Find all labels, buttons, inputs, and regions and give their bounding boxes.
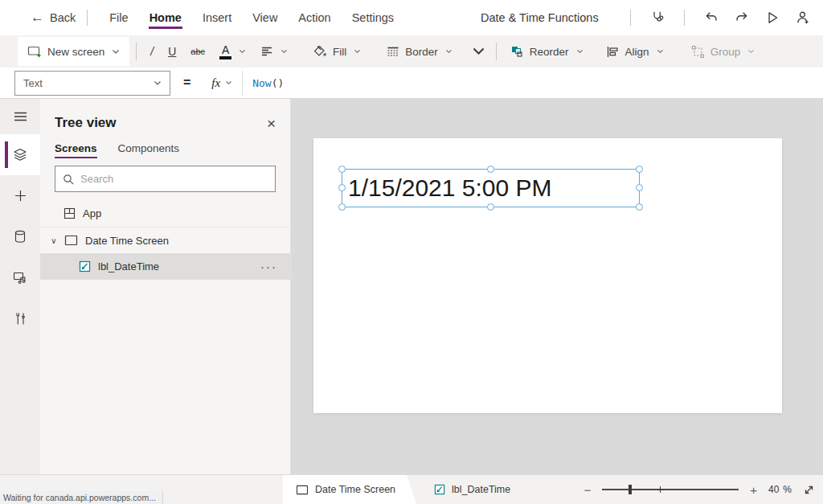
italic-button[interactable]: / <box>143 39 161 64</box>
label-control-icon <box>79 260 91 272</box>
resize-handle-middle-right[interactable] <box>636 184 643 191</box>
resize-handle-bottom-left[interactable] <box>338 203 346 211</box>
rail-tree-view[interactable] <box>0 134 40 175</box>
chevron-down-icon <box>576 49 583 54</box>
header-divider <box>630 10 631 26</box>
tree-view-header: Tree view × <box>40 99 290 136</box>
equals-sign: = <box>183 76 190 90</box>
fx-dropdown[interactable]: fx <box>202 71 243 96</box>
zoom-slider-thumb[interactable] <box>629 485 632 494</box>
group-button: Group <box>684 39 763 64</box>
tree-search-box[interactable] <box>55 166 276 192</box>
text-align-button[interactable] <box>253 39 295 64</box>
label-text: 1/15/2021 5:00 PM <box>348 174 552 202</box>
search-input[interactable] <box>80 173 257 185</box>
align-button[interactable]: Align <box>599 39 671 64</box>
powerapps-studio: ← Back File Home Insert View Action Sett… <box>0 0 823 504</box>
bottom-tab-screen[interactable]: Date Time Screen <box>283 475 416 504</box>
plus-icon <box>14 190 27 202</box>
header-actions <box>619 0 823 35</box>
main-menu: File Home Insert View Action Settings <box>99 2 404 34</box>
tree-item-label: Date Time Screen <box>85 235 290 247</box>
chevron-down-icon <box>280 49 288 54</box>
fill-button[interactable]: Fill <box>306 39 368 64</box>
undo-icon[interactable] <box>696 0 727 35</box>
tab-screens[interactable]: Screens <box>55 142 97 162</box>
tab-components[interactable]: Components <box>118 142 180 162</box>
media-icon <box>13 271 27 285</box>
more-formatting-button[interactable] <box>468 39 489 64</box>
back-label: Back <box>50 11 76 24</box>
resize-handle-top-left[interactable] <box>338 166 346 173</box>
rail-advanced-tools[interactable] <box>0 298 40 339</box>
tree-item-control-selected[interactable]: lbl_DateTime ··· <box>40 253 290 280</box>
reorder-button[interactable]: Reorder <box>503 39 591 64</box>
menu-insert[interactable]: Insert <box>192 2 242 34</box>
tree-view-tabs: Screens Components <box>40 136 290 162</box>
underline-button[interactable]: U <box>161 39 183 64</box>
formula-function: Now <box>252 77 271 89</box>
zoom-unit: % <box>783 484 792 495</box>
chevron-down-icon <box>112 49 120 55</box>
header-divider <box>684 10 685 26</box>
status-text: Waiting for canada.api.powerapps.com... <box>3 493 156 502</box>
caret-down-icon[interactable]: ∨ <box>48 236 59 245</box>
screen-icon <box>296 485 309 495</box>
align-icon <box>606 46 620 58</box>
rail-media[interactable] <box>0 257 40 298</box>
tree-item-screen[interactable]: ∨ Date Time Screen <box>40 227 290 253</box>
menu-action[interactable]: Action <box>288 2 341 34</box>
back-arrow-icon: ← <box>31 10 44 26</box>
more-options-icon[interactable]: ··· <box>260 260 277 273</box>
resize-handle-bottom-right[interactable] <box>636 203 643 211</box>
property-selector[interactable]: Text <box>14 71 170 96</box>
zoom-out-button[interactable]: − <box>583 483 591 497</box>
screen-artboard[interactable]: 1/15/2021 5:00 PM <box>313 138 782 413</box>
font-color-button[interactable]: A <box>212 39 253 64</box>
group-icon <box>691 45 705 58</box>
rail-insert[interactable] <box>0 175 40 216</box>
header-divider <box>87 10 88 26</box>
redo-icon[interactable] <box>727 0 757 35</box>
bottom-tab-control[interactable]: lbl_DateTime <box>421 475 523 504</box>
chevron-down-icon <box>354 49 361 54</box>
rail-hamburger[interactable] <box>0 99 40 134</box>
share-user-icon[interactable] <box>788 0 818 35</box>
tree-item-app[interactable]: App <box>40 200 290 227</box>
zoom-slider[interactable] <box>602 484 739 495</box>
chevron-down-icon <box>657 49 664 54</box>
tree-view-title: Tree view <box>55 115 117 131</box>
chevron-down-icon <box>239 49 246 54</box>
label-control-icon <box>434 484 445 495</box>
ribbon-toolbar: New screen / U abc A Fill <box>0 35 823 68</box>
zoom-controls: − + 40 % <box>583 475 815 504</box>
menu-view[interactable]: View <box>242 2 288 34</box>
zoom-in-button[interactable]: + <box>750 483 757 497</box>
close-icon[interactable]: × <box>267 116 276 131</box>
new-screen-button[interactable]: New screen <box>18 37 129 66</box>
menu-file[interactable]: File <box>99 2 138 34</box>
fit-to-window-icon[interactable] <box>803 484 815 496</box>
bottom-tab-label: lbl_DateTime <box>452 484 510 495</box>
left-rail <box>0 99 40 474</box>
resize-handle-top-right[interactable] <box>636 166 643 173</box>
formula-input[interactable]: Now() <box>252 77 284 89</box>
resize-handle-top-middle[interactable] <box>487 166 494 173</box>
menu-settings[interactable]: Settings <box>342 2 404 34</box>
group-label: Group <box>710 46 741 58</box>
back-button[interactable]: ← Back <box>31 10 76 26</box>
fx-label: fx <box>211 76 220 90</box>
tree-item-label: lbl_DateTime <box>98 260 260 272</box>
menu-home[interactable]: Home <box>139 2 192 34</box>
property-value: Text <box>23 77 43 89</box>
strikethrough-button[interactable]: abc <box>183 39 212 64</box>
border-button[interactable]: Border <box>379 39 460 64</box>
app-checker-icon[interactable] <box>642 0 673 35</box>
play-preview-icon[interactable] <box>757 0 788 35</box>
zoom-percentage: 40 % <box>768 484 792 495</box>
resize-handle-bottom-middle[interactable] <box>487 203 494 211</box>
rail-data[interactable] <box>0 216 40 257</box>
resize-handle-middle-left[interactable] <box>338 184 346 191</box>
text-align-icon <box>260 46 273 57</box>
selected-label-control[interactable]: 1/15/2021 5:00 PM <box>342 169 640 207</box>
